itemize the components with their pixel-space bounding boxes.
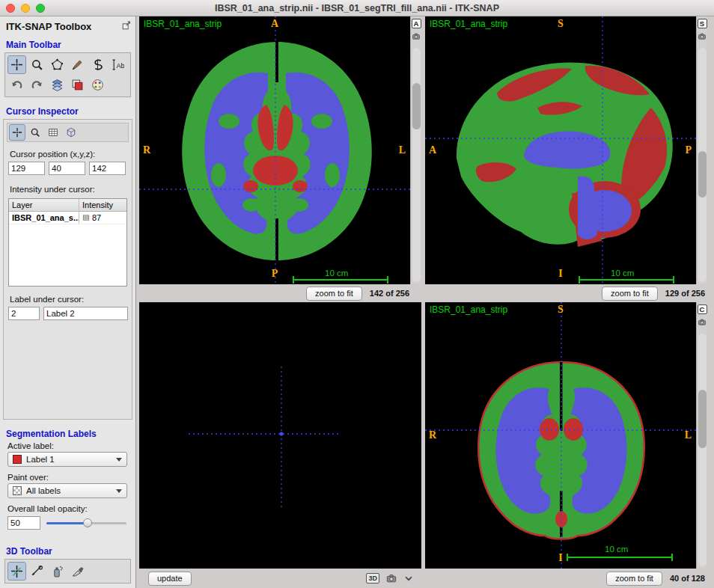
layers-icon: [51, 79, 64, 91]
intensity-column-header: Intensity: [79, 199, 126, 211]
orientation-letter-r: R: [143, 144, 150, 156]
coronal-layer-title: IBSR_01_ana_strip: [430, 304, 507, 315]
label-editor-icon: [71, 79, 84, 91]
annotation-tool-button[interactable]: [109, 55, 127, 74]
camera-icon[interactable]: [412, 32, 421, 40]
table-icon: [48, 127, 58, 138]
polygon-tool-button[interactable]: [48, 55, 67, 74]
opacity-slider[interactable]: [46, 518, 128, 528]
camera-icon[interactable]: [386, 573, 397, 584]
orientation-letter-s: S: [558, 18, 564, 30]
coronal-slice-image: [425, 302, 696, 569]
minimize-window-button[interactable]: [21, 4, 30, 13]
axial-zoom-to-fit-button[interactable]: zoom to fit: [306, 287, 362, 301]
crosshair-tool-button[interactable]: [7, 55, 26, 74]
render-3d-badge[interactable]: 3D: [366, 573, 379, 584]
sagittal-slice-indicator: 129 of 256: [665, 289, 705, 298]
label-id-field[interactable]: [8, 307, 40, 320]
paint-over-dropdown[interactable]: All labels: [7, 483, 127, 498]
axial-view-panel[interactable]: IBSR_01_ana_strip A R L P 10 cm: [139, 16, 410, 284]
axial-scrollbar-thumb[interactable]: [412, 83, 421, 129]
table-row[interactable]: IBSR_01_ana_s... 87: [9, 212, 126, 224]
color-map-button[interactable]: [88, 76, 107, 94]
cursor-x-field[interactable]: [8, 162, 45, 175]
label-name-field[interactable]: [43, 307, 128, 320]
chevron-down-icon: [116, 489, 122, 493]
sagittal-status-row: zoom to fit 129 of 256: [425, 284, 707, 302]
sagittal-scrollbar[interactable]: [698, 48, 707, 282]
coronal-zoom-to-fit-button[interactable]: zoom to fit: [606, 572, 662, 586]
titlebar: IBSR_01_ana_strip.nii - IBSR_01_segTRI_f…: [0, 0, 714, 16]
scalpel-icon: [71, 565, 84, 578]
crosshair-3d-tool-button[interactable]: [7, 562, 26, 581]
undo-button[interactable]: [7, 76, 26, 94]
axial-slice-image: [139, 16, 410, 284]
snake-tool-button[interactable]: [88, 55, 107, 74]
undock-icon[interactable]: [121, 20, 132, 31]
layer-inspector-button[interactable]: [48, 76, 67, 94]
sagittal-side-column: S: [696, 16, 707, 284]
inspector-info-button[interactable]: [45, 124, 61, 141]
layer-column-header: Layer: [9, 199, 79, 211]
all-labels-swatch: [13, 486, 22, 495]
sagittal-scrollbar-thumb[interactable]: [698, 151, 707, 197]
toolbox-title: ITK-SNAP Toolbox: [6, 21, 129, 32]
view-3d-panel[interactable]: [139, 302, 421, 569]
orientation-letter-p: P: [272, 268, 278, 280]
inspector-3d-button[interactable]: [63, 124, 79, 141]
opacity-field[interactable]: [7, 516, 40, 530]
axial-layer-title: IBSR_01_ana_strip: [144, 19, 222, 29]
coronal-view-panel[interactable]: IBSR_01_ana_strip S R L I 10 cm: [425, 302, 696, 569]
coronal-slice-indicator: 40 of 128: [670, 574, 705, 583]
coronal-view-badge[interactable]: C: [698, 304, 707, 314]
annotation-icon: [112, 58, 124, 71]
zoom-window-button[interactable]: [36, 4, 45, 13]
intensity-table: Layer Intensity IBSR_01_ana_s... 87: [8, 198, 127, 287]
orientation-letter-r: R: [429, 429, 436, 441]
paintbrush-tool-button[interactable]: [68, 55, 87, 74]
spray-paint-tool-button[interactable]: [48, 562, 67, 581]
sagittal-zoom-to-fit-button[interactable]: zoom to fit: [602, 287, 658, 301]
layer-name-cell: IBSR_01_ana_s...: [9, 212, 79, 224]
cursor-y-field[interactable]: [49, 162, 85, 175]
snake-icon: [91, 58, 104, 71]
sagittal-view-badge[interactable]: S: [698, 19, 707, 28]
sagittal-scale-label: 10 cm: [611, 269, 634, 278]
scalpel-tool-button[interactable]: [68, 562, 87, 581]
close-window-button[interactable]: [6, 4, 15, 13]
crosshair-3d-icon: [10, 565, 23, 578]
axial-scrollbar[interactable]: [412, 48, 421, 282]
trackball-icon: [31, 565, 43, 578]
slider-thumb[interactable]: [83, 518, 92, 527]
chevron-down-icon[interactable]: [403, 573, 414, 584]
cube-icon: [66, 127, 76, 138]
label-editor-button[interactable]: [68, 76, 87, 94]
paint-over-label: Paint over:: [7, 473, 128, 482]
zoom-tool-button[interactable]: [28, 55, 46, 74]
inspector-crosshair-button[interactable]: [9, 124, 25, 141]
segmentation-labels-heading: Segmentation Labels: [6, 429, 129, 439]
view-3d-scene: [139, 302, 421, 569]
trackball-3d-tool-button[interactable]: [28, 562, 46, 581]
polygon-icon: [51, 58, 64, 71]
main-toolbar: [4, 52, 131, 97]
view-3d-toolbar-row: update 3D: [139, 569, 421, 588]
coronal-scale-label: 10 cm: [605, 545, 628, 554]
orientation-letter-i: I: [558, 268, 562, 280]
redo-button[interactable]: [28, 76, 46, 94]
coronal-scrollbar-thumb[interactable]: [698, 390, 707, 448]
active-label-dropdown[interactable]: Label 1: [7, 452, 127, 467]
sagittal-view-panel[interactable]: IBSR_01_ana_strip S A P I 10 cm: [425, 16, 696, 284]
crosshair-icon: [12, 127, 22, 138]
inspector-zoom-button[interactable]: [27, 124, 43, 141]
main-toolbar-heading: Main Toolbar: [6, 40, 129, 50]
magnifier-icon: [30, 127, 40, 138]
active-label-value: Label 1: [26, 455, 55, 464]
axial-view-badge[interactable]: A: [412, 19, 421, 28]
update-3d-button[interactable]: update: [148, 572, 192, 586]
cursor-z-field[interactable]: [89, 162, 126, 175]
coronal-scrollbar[interactable]: [698, 334, 707, 566]
camera-icon[interactable]: [698, 318, 707, 326]
axial-status-row: zoom to fit 142 of 256: [139, 284, 421, 302]
camera-icon[interactable]: [698, 32, 707, 40]
